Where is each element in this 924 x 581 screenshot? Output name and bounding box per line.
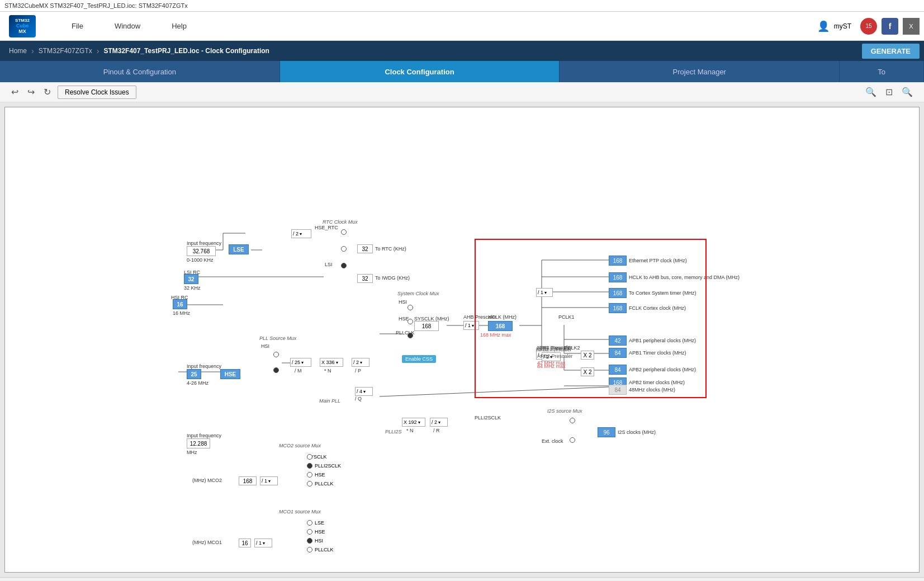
- sys-mux-hsi-radio[interactable]: [407, 305, 413, 310]
- pll-p-select[interactable]: / 2: [352, 358, 369, 367]
- mco1-value[interactable]: 16: [239, 539, 251, 547]
- rtc-div-select[interactable]: / 2: [291, 229, 311, 238]
- fit-button[interactable]: ⊡: [883, 86, 895, 98]
- resolve-clock-button[interactable]: Resolve Clock Issues: [58, 86, 136, 99]
- tab-clock[interactable]: Clock Configuration: [280, 61, 560, 82]
- plli2s-unit-label: MHz: [187, 450, 197, 455]
- zoom-in-button[interactable]: 🔍: [863, 86, 879, 98]
- menu-file[interactable]: File: [67, 20, 88, 32]
- pll-n-label: * N: [324, 368, 331, 374]
- hclk-max-freq: 168 MHz max: [480, 332, 511, 338]
- hse-input-label: Input frequency: [187, 363, 221, 369]
- cortex-timer-value[interactable]: 168: [609, 288, 627, 298]
- pll-q-label: / Q: [355, 396, 362, 401]
- plli2s-label: PLLI2S: [385, 429, 402, 434]
- generate-button[interactable]: GENERATE: [862, 44, 920, 59]
- to-rtc-label: To RTC (KHz): [375, 246, 406, 252]
- ahb-select[interactable]: / 1: [463, 321, 479, 330]
- mco1-div-select[interactable]: / 1: [254, 539, 272, 547]
- tab-project-manager[interactable]: Project Manager: [560, 61, 840, 82]
- clock-canvas[interactable]: Input frequency 32.768 0-1000 KHz LSE RT…: [4, 107, 920, 573]
- hclk-label: HCLK (MHz): [488, 314, 517, 320]
- hclk-ahb-row: 168 HCLK to AHB bus, core, memory and DM…: [609, 272, 690, 282]
- apb2-peripheral-label: APB2 peripheral clocks (MHz): [629, 367, 696, 372]
- hsi-rc-value[interactable]: 16: [173, 299, 187, 309]
- refresh-button[interactable]: ↻: [41, 86, 53, 98]
- menu-help[interactable]: Help: [167, 20, 191, 32]
- ethernet-ptp-label: Ethernet PTP clock (MHz): [629, 258, 687, 263]
- mco2-sysclk-radio[interactable]: [307, 454, 312, 460]
- apb1-peripheral-value[interactable]: 42: [609, 336, 627, 346]
- breadcrumb-device[interactable]: STM32F407ZGTx: [34, 47, 97, 55]
- rtc-value[interactable]: 32: [357, 244, 373, 253]
- apb2-peripheral-value[interactable]: 84: [609, 365, 627, 375]
- clock-diagram-lines: [5, 107, 919, 572]
- redo-button[interactable]: ↪: [25, 86, 37, 98]
- iwdg-value[interactable]: 32: [357, 274, 373, 283]
- i2s-radio-plli2s[interactable]: [570, 418, 575, 423]
- zoom-out-button[interactable]: 🔍: [899, 86, 915, 98]
- plli2s-input-value[interactable]: 12.288: [187, 438, 210, 448]
- hse-rtc-label: HSE_RTC: [315, 225, 338, 230]
- enable-css-button[interactable]: Enable CSS: [402, 355, 436, 363]
- pll-m-select[interactable]: / 25: [290, 358, 311, 367]
- rtc-radio-lse[interactable]: [341, 246, 347, 252]
- rtc-clock-mux-label: RTC Clock Mux: [323, 219, 358, 225]
- pll-n-select[interactable]: X 336: [320, 358, 343, 367]
- apb1-timer-row: 84 APB1 Timer clocks (MHz): [609, 348, 686, 358]
- sys-mux-pll-radio[interactable]: [407, 333, 413, 338]
- pll-q-select[interactable]: / 4: [355, 387, 373, 396]
- menu-window[interactable]: Window: [110, 20, 145, 32]
- status-bar: CSDN @乐思智能科技有限公司: [0, 577, 924, 581]
- lsi-rc-value[interactable]: 32: [184, 274, 198, 284]
- social-icon: X: [903, 18, 920, 35]
- apb1-timer-value[interactable]: 84: [609, 348, 627, 358]
- menu-bar: STM32 Cube MX File Window Help 👤 myST 15…: [0, 12, 924, 41]
- plli2s-r-label: / R: [433, 428, 440, 433]
- cortex-div-select[interactable]: / 1: [536, 288, 553, 297]
- breadcrumb-home[interactable]: Home: [4, 47, 31, 55]
- notification-icon: 15: [860, 18, 877, 35]
- hse-input-value[interactable]: 25: [187, 369, 201, 379]
- hclk-ahb-value[interactable]: 168: [609, 272, 627, 282]
- rtc-radio-hse[interactable]: [341, 229, 347, 235]
- hclk-value[interactable]: 168: [488, 321, 513, 331]
- user-label[interactable]: myST: [834, 22, 851, 30]
- i2s-radio-ext[interactable]: [570, 437, 575, 443]
- mco1-pllclk-radio[interactable]: [307, 547, 312, 552]
- lse-input-label: Input frequency: [187, 240, 221, 246]
- mco1-hse-radio[interactable]: [307, 529, 312, 535]
- pll-mux-hse-radio[interactable]: [273, 367, 279, 373]
- cortex-timer-label: To Cortex System timer (MHz): [629, 290, 696, 296]
- plli2s-n-select[interactable]: X 192: [402, 418, 425, 427]
- rtc-radio-lsi[interactable]: [341, 263, 347, 268]
- plli2s-r-select[interactable]: / 2: [430, 418, 448, 427]
- mco2-value[interactable]: 168: [239, 476, 257, 485]
- sysclk-value[interactable]: 168: [414, 321, 439, 331]
- toolbar-right: 15 f X: [860, 18, 924, 35]
- mco2-hse-radio[interactable]: [307, 472, 312, 478]
- fclk-value[interactable]: 168: [609, 303, 627, 313]
- title-bar: STM32CubeMX STM32F407_TestPRJ_LED.ioc: S…: [0, 0, 924, 12]
- mco1-lse-radio[interactable]: [307, 520, 312, 526]
- hse-range-label: 4-26 MHz: [187, 380, 209, 386]
- pll-mux-hsi-radio[interactable]: [273, 352, 279, 357]
- plli2sclk-label: PLLI2SCLK: [475, 415, 501, 421]
- sys-mux-hse-radio[interactable]: [407, 319, 413, 324]
- hsi-rc-freq: 16 MHz: [173, 310, 190, 316]
- mco2-div-select[interactable]: / 1: [260, 476, 278, 485]
- i2s-clocks-value[interactable]: 96: [598, 427, 615, 437]
- tab-pinout[interactable]: Pinout & Configuration: [0, 61, 280, 82]
- mco2-sources: SYSCLK PLLI2SCLK HSE PLLCLK: [307, 454, 341, 486]
- tab-tools[interactable]: To: [840, 61, 924, 82]
- pll-source-mux-label: PLL Source Mux: [259, 336, 296, 341]
- hclk-ahb-label: HCLK to AHB bus, core, memory and DMA (M…: [629, 275, 690, 281]
- mco2-plli2s-radio[interactable]: [307, 463, 312, 469]
- apb2-max-freq: 84 MHz max: [537, 363, 566, 369]
- undo-button[interactable]: ↩: [9, 86, 21, 98]
- apb2-peripheral-row: 84 APB2 peripheral clocks (MHz): [609, 365, 696, 375]
- ethernet-ptp-value[interactable]: 168: [609, 256, 627, 266]
- mco2-pllclk-radio[interactable]: [307, 481, 312, 486]
- lse-input-value[interactable]: 32.768: [187, 246, 216, 256]
- mco1-hsi-radio[interactable]: [307, 538, 312, 544]
